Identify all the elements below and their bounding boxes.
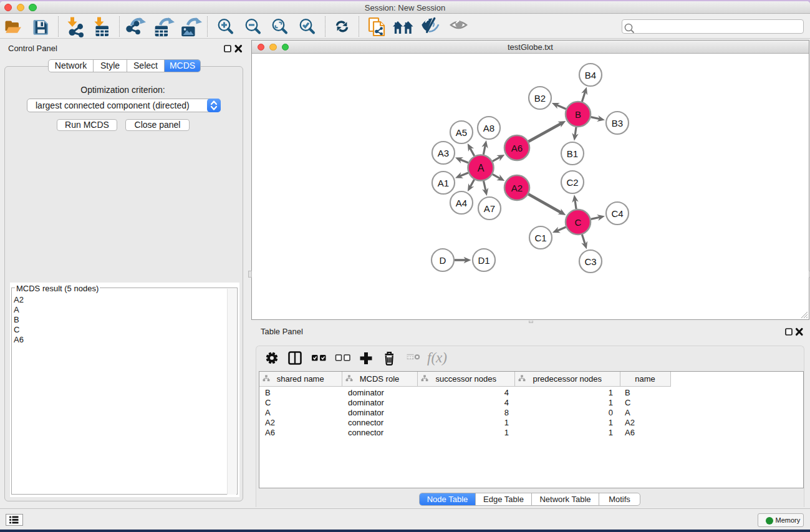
svg-text:A7: A7 <box>484 203 495 214</box>
svg-text:B1: B1 <box>567 148 578 159</box>
svg-text:B3: B3 <box>612 118 623 128</box>
svg-text:B4: B4 <box>585 70 596 80</box>
svg-text:A6: A6 <box>511 143 523 153</box>
svg-text:A1: A1 <box>438 178 449 188</box>
svg-text:A3: A3 <box>438 148 449 158</box>
svg-text:A: A <box>478 163 485 173</box>
svg-text:C: C <box>575 217 582 228</box>
svg-text:B2: B2 <box>534 93 546 104</box>
svg-text:C4: C4 <box>611 208 623 219</box>
svg-text:A8: A8 <box>483 123 494 133</box>
svg-text:C3: C3 <box>584 256 596 267</box>
svg-text:D1: D1 <box>478 255 489 266</box>
svg-text:C1: C1 <box>534 233 546 243</box>
svg-text:B: B <box>575 109 581 120</box>
svg-text:C2: C2 <box>566 177 578 188</box>
svg-text:A5: A5 <box>456 127 467 138</box>
svg-text:A2: A2 <box>511 183 523 193</box>
svg-text:D: D <box>440 255 446 266</box>
svg-text:A4: A4 <box>456 198 467 208</box>
svg-text:f(x): f(x) <box>427 351 447 365</box>
